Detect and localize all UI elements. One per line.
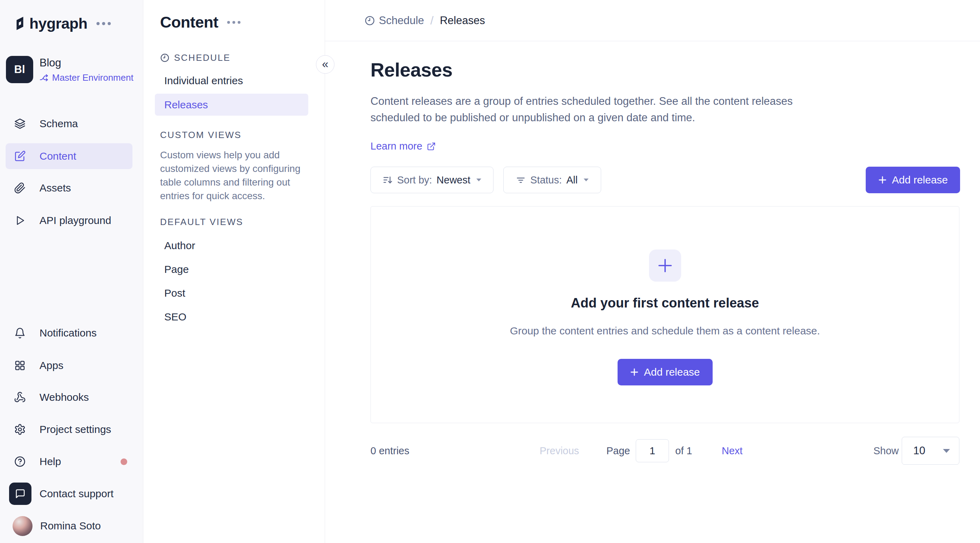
chevron-down-icon <box>584 179 589 181</box>
edit-icon <box>14 150 26 162</box>
panel-item-label: Post <box>164 287 185 299</box>
page-total-label: of 1 <box>675 439 692 462</box>
add-release-label: Add release <box>644 366 700 378</box>
add-release-button-empty-state[interactable]: Add release <box>617 359 713 386</box>
layers-icon <box>14 118 26 130</box>
add-release-tile[interactable] <box>649 249 681 282</box>
panel-item-label: SEO <box>164 311 186 322</box>
plus-icon <box>878 175 887 184</box>
panel-item-individual-entries[interactable]: Individual entries <box>164 75 243 87</box>
panel-item-label: Author <box>164 240 195 251</box>
hygraph-logo-icon <box>14 14 26 33</box>
sidebar-item-content[interactable]: Content <box>6 143 132 169</box>
sort-icon <box>383 175 393 185</box>
plus-icon <box>657 257 673 274</box>
user-name: Romina Soto <box>40 520 101 532</box>
sidebar-item-label: Webhooks <box>40 391 89 403</box>
panel-menu-dots-icon[interactable] <box>227 21 240 24</box>
sidebar-item-project-settings[interactable]: Project settings <box>0 416 143 442</box>
sort-label: Sort by: <box>397 175 432 186</box>
panel-header: Content <box>160 13 240 32</box>
collapse-panel-button[interactable] <box>316 55 334 74</box>
add-release-label: Add release <box>892 174 948 186</box>
project-meta: Blog Master Environment <box>40 56 134 83</box>
brand-menu-dots-icon[interactable] <box>97 22 111 25</box>
show-label: Show <box>873 439 899 462</box>
custom-views-description: Custom views help you add customized vie… <box>160 148 303 203</box>
panel-item-releases[interactable]: Releases <box>155 94 308 116</box>
previous-page-button[interactable]: Previous <box>539 439 579 462</box>
app-sidebar: hygraph Bl Blog Master Environment Schem… <box>0 0 143 543</box>
sidebar-item-api-playground[interactable]: API playground <box>0 208 143 233</box>
panel-item-seo[interactable]: SEO <box>164 311 186 323</box>
sidebar-item-contact-support[interactable]: Contact support <box>0 483 143 505</box>
grid-icon <box>14 360 26 372</box>
next-page-button[interactable]: Next <box>722 439 743 462</box>
environment-switcher[interactable]: Master Environment <box>40 72 134 83</box>
default-views-section-label: DEFAULT VIEWS <box>160 217 243 227</box>
panel-item-post[interactable]: Post <box>164 287 185 299</box>
page-description: Content releases are a group of entries … <box>371 93 818 126</box>
project-name: Blog <box>40 57 134 69</box>
empty-state-card: Add your first content release Group the… <box>371 206 959 423</box>
sidebar-item-label: API playground <box>40 214 111 226</box>
sidebar-item-webhooks[interactable]: Webhooks <box>0 384 143 410</box>
page-title: Releases <box>371 59 453 81</box>
panel-item-label: Page <box>164 264 189 275</box>
play-icon <box>14 214 26 226</box>
panel-item-page[interactable]: Page <box>164 264 189 275</box>
page-label: Page <box>606 439 630 462</box>
sort-dropdown[interactable]: Sort by: Newest <box>371 167 493 193</box>
sidebar-item-label: Notifications <box>40 327 97 339</box>
sort-value: Newest <box>436 175 471 186</box>
sidebar-item-label: Contact support <box>40 488 114 500</box>
page-number-input[interactable] <box>636 439 669 462</box>
learn-more-link[interactable]: Learn more <box>371 140 436 152</box>
webhook-icon <box>14 391 26 403</box>
page-size-select[interactable]: 10 <box>902 437 959 465</box>
sidebar-item-help[interactable]: Help <box>0 449 143 475</box>
panel-item-author[interactable]: Author <box>164 240 195 252</box>
breadcrumb-current: Releases <box>440 14 485 27</box>
panel-item-label: Individual entries <box>164 75 243 86</box>
sidebar-item-schema[interactable]: Schema <box>0 111 143 137</box>
brand-wordmark: hygraph <box>29 15 88 32</box>
sidebar-item-label: Content <box>40 150 76 162</box>
sidebar-item-label: Apps <box>40 360 63 372</box>
gear-icon <box>14 424 26 435</box>
sidebar-item-label: Project settings <box>40 424 111 435</box>
sidebar-item-assets[interactable]: Assets <box>0 175 143 201</box>
user-avatar <box>13 516 32 536</box>
add-release-button[interactable]: Add release <box>866 167 960 193</box>
page-size-value: 10 <box>913 445 925 457</box>
default-views-section-header: DEFAULT VIEWS <box>160 217 243 227</box>
paperclip-icon <box>14 182 26 194</box>
sidebar-item-label: Help <box>40 456 61 468</box>
sidebar-item-label: Assets <box>40 182 71 194</box>
status-filter-dropdown[interactable]: Status: All <box>503 167 601 193</box>
project-switcher[interactable]: Bl Blog Master Environment <box>6 56 134 83</box>
schedule-section-label: SCHEDULE <box>174 52 231 63</box>
custom-views-section-header: CUSTOM VIEWS <box>160 130 242 140</box>
empty-state-title: Add your first content release <box>571 295 759 311</box>
plus-icon <box>630 368 639 377</box>
breadcrumb-section: Schedule <box>379 14 424 27</box>
sidebar-item-apps[interactable]: Apps <box>0 352 143 378</box>
environment-label: Master Environment <box>52 72 134 83</box>
status-label: Status: <box>530 175 562 186</box>
main-area: Schedule / Releases Releases Content rel… <box>325 0 980 543</box>
empty-state-subtitle: Group the content entries and schedule t… <box>510 325 820 337</box>
sidebar-item-label: Schema <box>40 118 78 130</box>
breadcrumb-schedule-link[interactable]: Schedule <box>364 14 424 27</box>
sidebar-item-notifications[interactable]: Notifications <box>0 320 143 346</box>
entries-count: 0 entries <box>371 439 409 462</box>
clock-icon <box>160 53 170 62</box>
panel-title: Content <box>160 13 218 32</box>
bell-icon <box>14 327 26 339</box>
external-link-icon <box>427 142 436 151</box>
branch-icon <box>40 73 49 83</box>
status-value: All <box>566 175 578 186</box>
sidebar-item-user[interactable]: Romina Soto <box>0 515 143 537</box>
topbar: Schedule / Releases <box>325 0 980 41</box>
schedule-section-header: SCHEDULE <box>160 52 231 63</box>
